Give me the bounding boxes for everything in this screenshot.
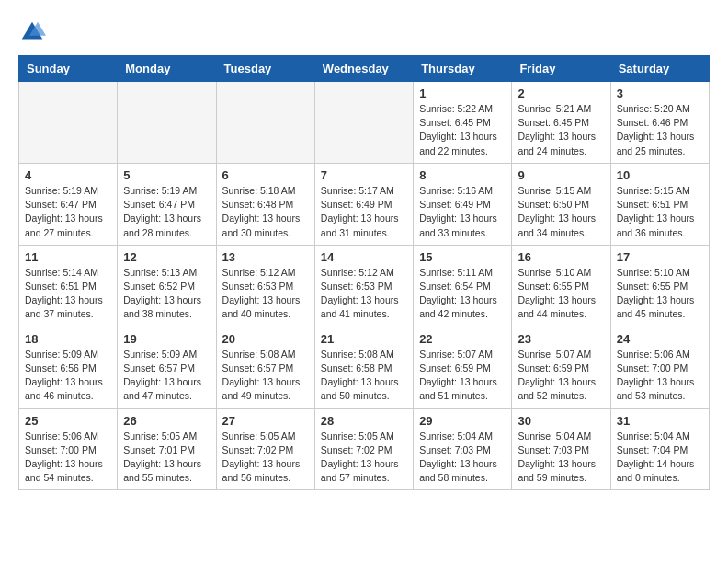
day-number: 13 [222, 250, 309, 264]
calendar-cell: 8Sunrise: 5:16 AM Sunset: 6:49 PM Daylig… [414, 163, 512, 245]
day-info: Sunrise: 5:16 AM Sunset: 6:49 PM Dayligh… [419, 184, 506, 240]
day-number: 28 [321, 414, 407, 428]
day-info: Sunrise: 5:15 AM Sunset: 6:50 PM Dayligh… [518, 184, 604, 240]
calendar-cell: 29Sunrise: 5:04 AM Sunset: 7:03 PM Dayli… [414, 408, 512, 490]
day-info: Sunrise: 5:14 AM Sunset: 6:51 PM Dayligh… [25, 266, 111, 322]
day-number: 4 [25, 168, 111, 182]
calendar-cell: 22Sunrise: 5:07 AM Sunset: 6:59 PM Dayli… [414, 327, 512, 408]
day-number: 27 [222, 414, 309, 428]
week-row-1: 4Sunrise: 5:19 AM Sunset: 6:47 PM Daylig… [19, 163, 710, 245]
header-sunday: Sunday [19, 56, 118, 82]
day-info: Sunrise: 5:19 AM Sunset: 6:47 PM Dayligh… [123, 184, 210, 240]
header-saturday: Saturday [610, 56, 709, 82]
calendar-cell: 26Sunrise: 5:05 AM Sunset: 7:01 PM Dayli… [118, 408, 216, 490]
day-info: Sunrise: 5:05 AM Sunset: 7:01 PM Dayligh… [123, 430, 210, 486]
day-number: 22 [419, 332, 506, 346]
calendar-cell: 18Sunrise: 5:09 AM Sunset: 6:56 PM Dayli… [19, 327, 118, 408]
calendar-cell: 31Sunrise: 5:04 AM Sunset: 7:04 PM Dayli… [610, 408, 709, 490]
day-number: 23 [518, 332, 604, 346]
day-info: Sunrise: 5:12 AM Sunset: 6:53 PM Dayligh… [321, 266, 407, 322]
day-number: 12 [123, 250, 210, 264]
day-info: Sunrise: 5:05 AM Sunset: 7:02 PM Dayligh… [222, 430, 309, 486]
day-number: 6 [222, 168, 309, 182]
calendar-cell: 30Sunrise: 5:04 AM Sunset: 7:03 PM Dayli… [512, 408, 610, 490]
calendar-cell: 20Sunrise: 5:08 AM Sunset: 6:57 PM Dayli… [216, 327, 314, 408]
calendar-body: 1Sunrise: 5:22 AM Sunset: 6:45 PM Daylig… [19, 82, 710, 490]
day-number: 31 [617, 414, 703, 428]
calendar-cell: 12Sunrise: 5:13 AM Sunset: 6:52 PM Dayli… [118, 245, 216, 327]
day-info: Sunrise: 5:11 AM Sunset: 6:54 PM Dayligh… [419, 266, 506, 322]
week-row-0: 1Sunrise: 5:22 AM Sunset: 6:45 PM Daylig… [19, 82, 710, 164]
week-row-2: 11Sunrise: 5:14 AM Sunset: 6:51 PM Dayli… [19, 245, 710, 327]
day-info: Sunrise: 5:22 AM Sunset: 6:45 PM Dayligh… [419, 102, 506, 158]
calendar-cell: 16Sunrise: 5:10 AM Sunset: 6:55 PM Dayli… [512, 245, 610, 327]
calendar-cell: 5Sunrise: 5:19 AM Sunset: 6:47 PM Daylig… [118, 163, 216, 245]
day-info: Sunrise: 5:08 AM Sunset: 6:57 PM Dayligh… [222, 348, 309, 404]
day-info: Sunrise: 5:15 AM Sunset: 6:51 PM Dayligh… [617, 184, 703, 240]
day-info: Sunrise: 5:04 AM Sunset: 7:03 PM Dayligh… [419, 430, 506, 486]
calendar-cell: 9Sunrise: 5:15 AM Sunset: 6:50 PM Daylig… [512, 163, 610, 245]
calendar-table: SundayMondayTuesdayWednesdayThursdayFrid… [18, 55, 710, 490]
day-info: Sunrise: 5:20 AM Sunset: 6:46 PM Dayligh… [617, 102, 703, 158]
header-tuesday: Tuesday [216, 56, 314, 82]
day-number: 24 [617, 332, 703, 346]
calendar-cell: 4Sunrise: 5:19 AM Sunset: 6:47 PM Daylig… [19, 163, 118, 245]
day-number: 3 [617, 86, 703, 100]
day-number: 19 [123, 332, 210, 346]
calendar-cell: 19Sunrise: 5:09 AM Sunset: 6:57 PM Dayli… [118, 327, 216, 408]
calendar-header: SundayMondayTuesdayWednesdayThursdayFrid… [19, 56, 710, 82]
day-number: 30 [518, 414, 604, 428]
logo-icon [18, 18, 46, 46]
calendar-cell [216, 82, 314, 164]
week-row-3: 18Sunrise: 5:09 AM Sunset: 6:56 PM Dayli… [19, 327, 710, 408]
calendar-cell: 1Sunrise: 5:22 AM Sunset: 6:45 PM Daylig… [414, 82, 512, 164]
calendar-cell: 25Sunrise: 5:06 AM Sunset: 7:00 PM Dayli… [19, 408, 118, 490]
day-number: 17 [617, 250, 703, 264]
header-friday: Friday [512, 56, 610, 82]
day-number: 5 [123, 168, 210, 182]
calendar-cell: 2Sunrise: 5:21 AM Sunset: 6:45 PM Daylig… [512, 82, 610, 164]
day-info: Sunrise: 5:12 AM Sunset: 6:53 PM Dayligh… [222, 266, 309, 322]
day-number: 9 [518, 168, 604, 182]
day-info: Sunrise: 5:18 AM Sunset: 6:48 PM Dayligh… [222, 184, 309, 240]
day-info: Sunrise: 5:10 AM Sunset: 6:55 PM Dayligh… [518, 266, 604, 322]
day-info: Sunrise: 5:07 AM Sunset: 6:59 PM Dayligh… [518, 348, 604, 404]
day-info: Sunrise: 5:19 AM Sunset: 6:47 PM Dayligh… [25, 184, 111, 240]
logo [18, 18, 50, 46]
day-number: 29 [419, 414, 506, 428]
header-monday: Monday [118, 56, 216, 82]
day-info: Sunrise: 5:04 AM Sunset: 7:03 PM Dayligh… [518, 430, 604, 486]
day-info: Sunrise: 5:08 AM Sunset: 6:58 PM Dayligh… [321, 348, 407, 404]
calendar-cell: 15Sunrise: 5:11 AM Sunset: 6:54 PM Dayli… [414, 245, 512, 327]
calendar-cell: 24Sunrise: 5:06 AM Sunset: 7:00 PM Dayli… [610, 327, 709, 408]
week-row-4: 25Sunrise: 5:06 AM Sunset: 7:00 PM Dayli… [19, 408, 710, 490]
calendar-cell: 10Sunrise: 5:15 AM Sunset: 6:51 PM Dayli… [610, 163, 709, 245]
day-info: Sunrise: 5:06 AM Sunset: 7:00 PM Dayligh… [25, 430, 111, 486]
calendar-cell: 6Sunrise: 5:18 AM Sunset: 6:48 PM Daylig… [216, 163, 314, 245]
calendar-cell [314, 82, 413, 164]
day-info: Sunrise: 5:06 AM Sunset: 7:00 PM Dayligh… [617, 348, 703, 404]
day-info: Sunrise: 5:09 AM Sunset: 6:57 PM Dayligh… [123, 348, 210, 404]
day-number: 16 [518, 250, 604, 264]
day-number: 21 [321, 332, 407, 346]
calendar-cell: 13Sunrise: 5:12 AM Sunset: 6:53 PM Dayli… [216, 245, 314, 327]
day-info: Sunrise: 5:04 AM Sunset: 7:04 PM Dayligh… [617, 430, 703, 486]
header-thursday: Thursday [414, 56, 512, 82]
day-info: Sunrise: 5:21 AM Sunset: 6:45 PM Dayligh… [518, 102, 604, 158]
header-wednesday: Wednesday [314, 56, 413, 82]
calendar-cell: 17Sunrise: 5:10 AM Sunset: 6:55 PM Dayli… [610, 245, 709, 327]
day-number: 11 [25, 250, 111, 264]
day-number: 7 [321, 168, 407, 182]
day-number: 25 [25, 414, 111, 428]
day-number: 2 [518, 86, 604, 100]
day-info: Sunrise: 5:17 AM Sunset: 6:49 PM Dayligh… [321, 184, 407, 240]
calendar-cell [19, 82, 118, 164]
day-number: 1 [419, 86, 506, 100]
day-number: 26 [123, 414, 210, 428]
calendar-cell: 11Sunrise: 5:14 AM Sunset: 6:51 PM Dayli… [19, 245, 118, 327]
day-number: 18 [25, 332, 111, 346]
calendar-cell: 7Sunrise: 5:17 AM Sunset: 6:49 PM Daylig… [314, 163, 413, 245]
header [18, 18, 710, 46]
day-number: 14 [321, 250, 407, 264]
day-number: 10 [617, 168, 703, 182]
